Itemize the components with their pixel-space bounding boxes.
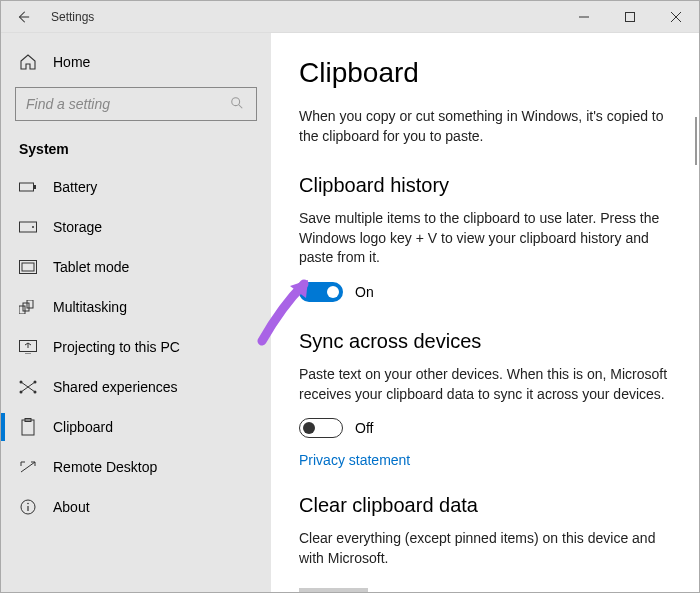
sidebar-item-label: About [53, 499, 90, 515]
history-toggle[interactable] [299, 282, 343, 302]
svg-rect-6 [20, 183, 34, 191]
sidebar-item-label: Multitasking [53, 299, 127, 315]
shared-icon [19, 378, 37, 396]
svg-rect-12 [19, 306, 25, 314]
home-icon [19, 53, 37, 71]
home-label: Home [53, 54, 90, 70]
body: Home System Battery [1, 33, 699, 592]
sidebar-item-label: Clipboard [53, 419, 113, 435]
svg-rect-11 [22, 263, 34, 271]
sidebar-item-multitasking[interactable]: Multitasking [1, 287, 271, 327]
sidebar-item-battery[interactable]: Battery [1, 167, 271, 207]
sidebar-item-label: Tablet mode [53, 259, 129, 275]
sidebar-item-label: Projecting to this PC [53, 339, 180, 355]
multitasking-icon [19, 298, 37, 316]
sync-heading: Sync across devices [299, 330, 675, 353]
page-intro: When you copy or cut something in Window… [299, 107, 669, 146]
sidebar-item-about[interactable]: About [1, 487, 271, 527]
window-title: Settings [51, 10, 94, 24]
sidebar-item-label: Shared experiences [53, 379, 178, 395]
projecting-icon [19, 338, 37, 356]
scrollbar[interactable] [695, 117, 697, 165]
storage-icon [19, 218, 37, 236]
clear-heading: Clear clipboard data [299, 494, 675, 517]
search-box[interactable] [15, 87, 257, 121]
search-wrap [1, 79, 271, 135]
battery-icon [19, 178, 37, 196]
svg-rect-7 [34, 185, 36, 189]
sidebar-home[interactable]: Home [1, 43, 271, 79]
privacy-link[interactable]: Privacy statement [299, 452, 410, 468]
sync-desc: Paste text on your other devices. When t… [299, 365, 669, 404]
page-title: Clipboard [299, 57, 675, 89]
svg-rect-14 [27, 300, 33, 308]
history-desc: Save multiple items to the clipboard to … [299, 209, 669, 268]
svg-point-18 [20, 381, 23, 384]
sync-toggle[interactable] [299, 418, 343, 438]
history-toggle-row: On [299, 282, 675, 302]
sync-toggle-state: Off [355, 420, 373, 436]
svg-point-20 [20, 391, 23, 394]
search-icon [230, 96, 246, 112]
about-icon [19, 498, 37, 516]
svg-point-19 [34, 381, 37, 384]
maximize-button[interactable] [607, 1, 653, 33]
settings-window: Settings Home [0, 0, 700, 593]
history-heading: Clipboard history [299, 174, 675, 197]
svg-point-9 [32, 226, 34, 228]
sidebar-item-remote-desktop[interactable]: Remote Desktop [1, 447, 271, 487]
svg-rect-1 [626, 13, 635, 22]
sidebar-item-clipboard[interactable]: Clipboard [1, 407, 271, 447]
close-button[interactable] [653, 1, 699, 33]
sidebar-item-label: Storage [53, 219, 102, 235]
svg-point-21 [34, 391, 37, 394]
svg-rect-22 [22, 420, 34, 435]
window-controls [561, 1, 699, 33]
clear-button[interactable]: Clear [299, 588, 368, 592]
tablet-icon [19, 258, 37, 276]
history-toggle-state: On [355, 284, 374, 300]
sidebar-item-projecting[interactable]: Projecting to this PC [1, 327, 271, 367]
clipboard-icon [19, 418, 37, 436]
sidebar-item-tablet-mode[interactable]: Tablet mode [1, 247, 271, 287]
minimize-button[interactable] [561, 1, 607, 33]
svg-point-25 [27, 503, 29, 505]
search-input[interactable] [26, 96, 226, 112]
content-pane: Clipboard When you copy or cut something… [271, 33, 699, 592]
sync-toggle-row: Off [299, 418, 675, 438]
titlebar-left: Settings [1, 9, 94, 25]
sidebar-item-storage[interactable]: Storage [1, 207, 271, 247]
svg-line-5 [239, 105, 243, 109]
titlebar: Settings [1, 1, 699, 33]
clear-desc: Clear everything (except pinned items) o… [299, 529, 669, 568]
sidebar-group-header: System [1, 135, 271, 167]
sidebar: Home System Battery [1, 33, 271, 592]
sidebar-item-label: Remote Desktop [53, 459, 157, 475]
svg-point-4 [232, 98, 240, 106]
sidebar-item-label: Battery [53, 179, 97, 195]
back-button[interactable] [15, 9, 31, 25]
sidebar-item-shared-experiences[interactable]: Shared experiences [1, 367, 271, 407]
svg-rect-13 [23, 303, 29, 311]
remote-icon [19, 458, 37, 476]
